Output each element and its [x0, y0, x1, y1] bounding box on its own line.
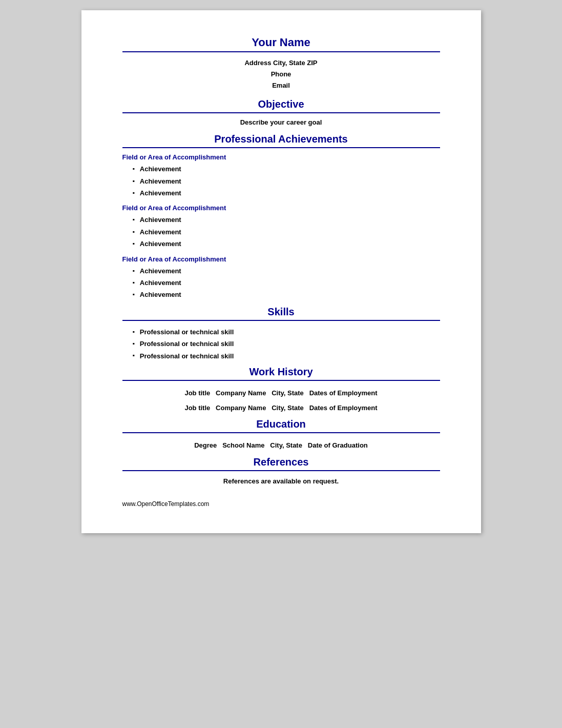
skill-item-2: Professional or technical skill — [133, 338, 440, 350]
achievements-section: Professional Achievements Field or Area … — [122, 133, 440, 301]
phone-line: Phone — [122, 69, 440, 80]
achievement-list-2: Achievement Achievement Achievement — [133, 214, 440, 250]
list-item: Achievement — [133, 238, 440, 250]
achievements-divider — [122, 147, 440, 148]
references-text: References are available on request. — [122, 477, 440, 485]
skills-section: Skills Professional or technical skill P… — [122, 306, 440, 362]
references-section: References References are available on r… — [122, 456, 440, 485]
skills-list: Professional or technical skill Professi… — [133, 326, 440, 362]
list-item: Achievement — [133, 289, 440, 300]
achievement-list-1: Achievement Achievement Achievement — [133, 163, 440, 199]
address-line: Address City, State ZIP — [122, 57, 440, 69]
education-divider — [122, 432, 440, 433]
field-label-3: Field or Area of Accomplishment — [122, 255, 440, 263]
references-heading: References — [122, 456, 440, 468]
work-history-divider — [122, 380, 440, 381]
name-heading: Your Name — [122, 36, 440, 49]
list-item: Achievement — [133, 226, 440, 238]
field-label-1: Field or Area of Accomplishment — [122, 153, 440, 161]
achievement-list-3: Achievement Achievement Achievement — [133, 265, 440, 301]
achievements-group-1: Field or Area of Accomplishment Achievem… — [122, 153, 440, 199]
achievements-group-3: Field or Area of Accomplishment Achievem… — [122, 255, 440, 301]
list-item: Achievement — [133, 277, 440, 289]
list-item: Achievement — [133, 187, 440, 199]
list-item: Achievement — [133, 175, 440, 187]
work-entry-2: Job title Company Name City, State Dates… — [122, 401, 440, 416]
list-item: Achievement — [133, 214, 440, 226]
field-label-2: Field or Area of Accomplishment — [122, 204, 440, 212]
contact-block: Address City, State ZIP Phone Email — [122, 57, 440, 91]
skills-divider — [122, 320, 440, 321]
name-divider — [122, 51, 440, 52]
work-entry-1: Job title Company Name City, State Dates… — [122, 386, 440, 401]
list-item: Achievement — [133, 265, 440, 277]
skills-heading: Skills — [122, 306, 440, 318]
education-section: Education Degree School Name City, State… — [122, 418, 440, 453]
footer-url: www.OpenOfficeTemplates.com — [122, 500, 440, 508]
objective-divider — [122, 112, 440, 113]
education-heading: Education — [122, 418, 440, 430]
work-history-section: Work History Job title Company Name City… — [122, 366, 440, 415]
work-history-heading: Work History — [122, 366, 440, 378]
achievements-heading: Professional Achievements — [122, 133, 440, 145]
objective-text: Describe your career goal — [122, 118, 440, 126]
email-line: Email — [122, 80, 440, 91]
resume-page: Your Name Address City, State ZIP Phone … — [81, 10, 481, 533]
skill-item-3: Professional or technical skill — [133, 350, 440, 362]
education-entry: Degree School Name City, State Date of G… — [122, 438, 440, 453]
objective-heading: Objective — [122, 98, 440, 110]
achievements-group-2: Field or Area of Accomplishment Achievem… — [122, 204, 440, 250]
list-item: Achievement — [133, 163, 440, 175]
references-divider — [122, 470, 440, 471]
skill-item-1: Professional or technical skill — [133, 326, 440, 338]
name-section: Your Name Address City, State ZIP Phone … — [122, 36, 440, 91]
objective-section: Objective Describe your career goal — [122, 98, 440, 126]
